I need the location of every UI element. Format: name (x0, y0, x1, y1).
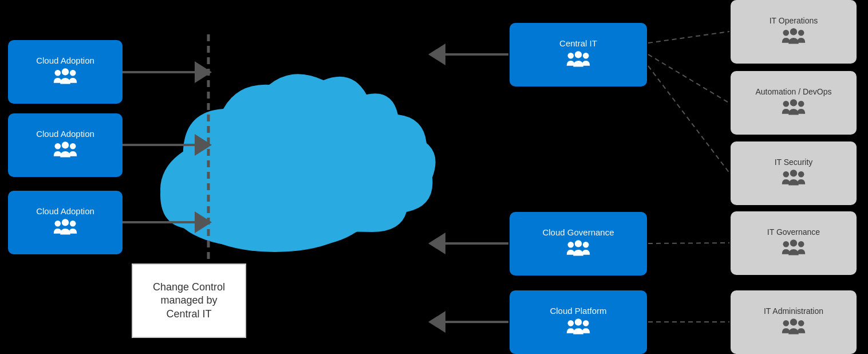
svg-point-31 (62, 219, 69, 226)
people-icon-central-it (566, 50, 591, 71)
svg-point-44 (798, 29, 804, 36)
cloud-adoption-box-2: Cloud Adoption (8, 113, 123, 177)
it-governance-label: IT Governance (767, 227, 820, 237)
people-icon-it-security (781, 169, 806, 190)
svg-point-26 (70, 70, 76, 76)
it-administration-box: IT Administration (731, 290, 857, 354)
change-control-text: Change Controlmanaged byCentral IT (153, 281, 225, 321)
people-icon-cloud-governance (566, 239, 591, 260)
svg-point-32 (70, 221, 76, 227)
it-administration-label: IT Administration (764, 306, 823, 316)
automation-devops-box: Automation / DevOps (731, 71, 857, 135)
svg-point-41 (583, 320, 589, 327)
svg-point-42 (783, 29, 790, 36)
svg-point-27 (55, 143, 61, 150)
svg-point-4 (235, 166, 372, 246)
cloud-adoption-1-label: Cloud Adoption (36, 56, 94, 65)
svg-point-55 (790, 318, 797, 325)
svg-point-50 (798, 171, 804, 177)
svg-point-53 (798, 241, 804, 247)
svg-point-24 (55, 70, 61, 76)
svg-marker-18 (428, 311, 445, 333)
svg-point-28 (62, 141, 69, 148)
svg-marker-10 (195, 61, 212, 83)
svg-point-34 (575, 51, 582, 58)
svg-line-19 (648, 32, 729, 43)
svg-point-25 (62, 68, 69, 75)
svg-point-52 (790, 239, 797, 246)
people-icon-3 (53, 218, 78, 239)
svg-point-29 (70, 143, 76, 150)
svg-line-20 (648, 54, 729, 103)
cloud-adoption-3-label: Cloud Adoption (36, 206, 94, 216)
svg-point-49 (790, 170, 797, 176)
svg-point-51 (783, 241, 790, 247)
cloud-platform-box: Cloud Platform (510, 290, 647, 354)
svg-point-36 (568, 242, 574, 248)
cloud-adoption-box-1: Cloud Adoption (8, 40, 123, 104)
svg-marker-12 (195, 211, 212, 233)
cloud-platform-label: Cloud Platform (550, 306, 606, 316)
svg-point-1 (160, 140, 286, 238)
it-operations-box: IT Operations (731, 0, 857, 64)
svg-point-35 (583, 53, 589, 59)
svg-point-47 (798, 100, 804, 107)
svg-line-21 (648, 66, 729, 173)
it-security-label: IT Security (775, 158, 813, 167)
svg-point-38 (583, 242, 589, 248)
cloud-adoption-box-3: Cloud Adoption (8, 191, 123, 254)
cloud-shape (160, 74, 436, 252)
svg-point-39 (568, 320, 574, 327)
svg-point-40 (575, 318, 582, 325)
automation-devops-label: Automation / DevOps (755, 87, 831, 96)
svg-point-37 (575, 240, 582, 247)
svg-marker-16 (428, 233, 445, 254)
cloud-adoption-2-label: Cloud Adoption (36, 129, 94, 139)
svg-marker-11 (195, 134, 212, 156)
central-it-label: Central IT (559, 38, 597, 48)
people-icon-cloud-platform (566, 318, 591, 339)
svg-point-2 (263, 140, 389, 238)
svg-point-33 (568, 53, 574, 59)
svg-point-54 (783, 320, 790, 326)
svg-point-46 (790, 99, 797, 106)
people-icon-it-governance (781, 239, 806, 259)
svg-point-5 (192, 183, 358, 252)
svg-point-48 (783, 171, 790, 177)
cloud-governance-label: Cloud Governance (542, 227, 614, 237)
svg-point-56 (798, 320, 804, 326)
diagram: Cloud Adoption Cloud Adoption Cloud Adop… (0, 0, 868, 354)
svg-point-43 (790, 28, 797, 35)
svg-marker-14 (428, 44, 445, 65)
it-governance-box: IT Governance (731, 211, 857, 275)
svg-point-3 (172, 166, 321, 246)
people-icon-2 (53, 141, 78, 162)
change-control-box: Change Controlmanaged byCentral IT (132, 263, 246, 338)
svg-point-0 (186, 103, 364, 229)
it-security-box: IT Security (731, 141, 857, 205)
it-operations-label: IT Operations (770, 16, 818, 25)
people-icon-automation-devops (781, 99, 806, 119)
cloud-governance-box: Cloud Governance (510, 212, 647, 276)
svg-line-22 (648, 243, 729, 243)
people-icon-1 (53, 68, 78, 88)
people-icon-it-operations (781, 27, 806, 48)
svg-point-30 (55, 221, 61, 227)
central-it-box: Central IT (510, 23, 647, 86)
people-icon-it-administration (781, 318, 806, 339)
svg-point-45 (783, 100, 790, 107)
